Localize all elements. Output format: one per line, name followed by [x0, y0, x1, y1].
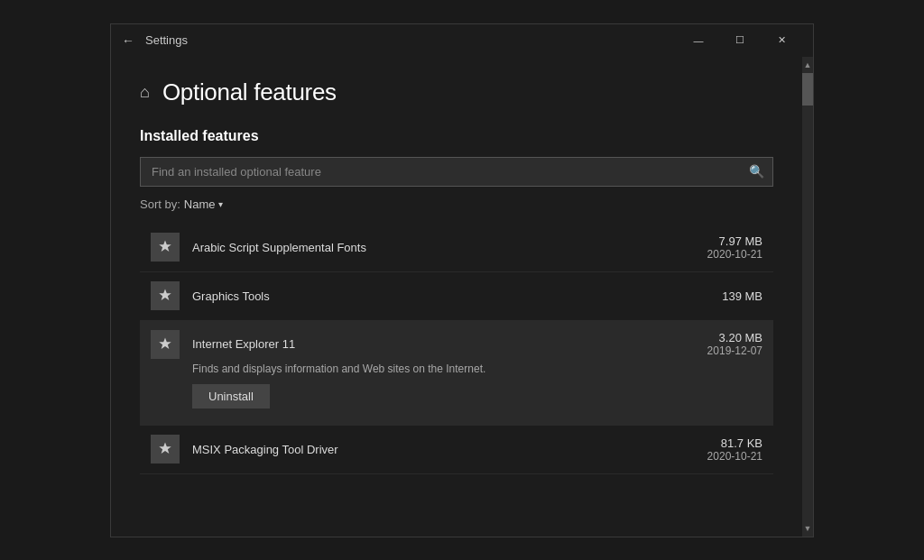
search-input[interactable]	[140, 157, 773, 187]
page-header: ⌂ Optional features	[140, 78, 773, 106]
chevron-down-icon: ▾	[218, 199, 223, 209]
features-list: Arabic Script Supplemental Fonts 7.97 MB…	[140, 224, 773, 515]
feature-item-top: Arabic Script Supplemental Fonts 7.97 MB…	[151, 233, 762, 262]
feature-item-top: Internet Explorer 11 3.20 MB 2019-12-07	[151, 330, 762, 359]
feature-item-top: Graphics Tools 139 MB	[151, 281, 762, 310]
scroll-up-arrow[interactable]: ▲	[802, 57, 813, 73]
feature-date: 2020-10-21	[707, 450, 762, 463]
page-title: Optional features	[162, 78, 337, 106]
list-item[interactable]: Arabic Script Supplemental Fonts 7.97 MB…	[140, 224, 773, 272]
sort-value-text: Name	[184, 197, 216, 211]
feature-icon	[151, 330, 180, 359]
feature-meta: 3.20 MB 2019-12-07	[707, 331, 762, 357]
sort-row: Sort by: Name ▾	[140, 197, 773, 211]
feature-name: Graphics Tools	[192, 289, 722, 303]
window-controls: — ☐ ✕	[678, 24, 802, 57]
feature-date: 2020-10-21	[707, 248, 762, 261]
maximize-button[interactable]: ☐	[719, 24, 761, 57]
close-button[interactable]: ✕	[761, 24, 802, 57]
sort-label: Sort by:	[140, 197, 180, 211]
scrollbar-thumb[interactable]	[802, 73, 813, 106]
feature-meta: 139 MB	[722, 289, 762, 303]
uninstall-button[interactable]: Uninstall	[192, 384, 270, 409]
feature-icon	[151, 281, 180, 310]
minimize-button[interactable]: —	[678, 24, 719, 57]
feature-description: Finds and displays information and Web s…	[192, 363, 485, 375]
scrollbar[interactable]: ▲ ▼	[802, 57, 813, 537]
feature-name: Arabic Script Supplemental Fonts	[192, 241, 707, 254]
home-icon[interactable]: ⌂	[140, 83, 150, 102]
window-title: Settings	[145, 33, 678, 47]
search-box: 🔍	[140, 157, 773, 187]
feature-size: 81.7 KB	[707, 436, 762, 450]
feature-icon	[151, 233, 180, 262]
feature-meta: 7.97 MB 2020-10-21	[707, 234, 762, 261]
settings-window: ← Settings — ☐ ✕ ⌂ Optional features Ins…	[110, 23, 814, 537]
feature-icon	[151, 435, 180, 464]
content-area: ⌂ Optional features Installed features 🔍…	[111, 57, 813, 537]
feature-item-top: MSIX Packaging Tool Driver 81.7 KB 2020-…	[151, 435, 762, 464]
back-button[interactable]: ←	[122, 33, 134, 48]
titlebar: ← Settings — ☐ ✕	[111, 24, 813, 57]
feature-meta: 81.7 KB 2020-10-21	[707, 436, 762, 463]
feature-size: 3.20 MB	[707, 331, 762, 344]
main-content: ⌂ Optional features Installed features 🔍…	[111, 57, 802, 537]
list-item[interactable]: Internet Explorer 11 3.20 MB 2019-12-07 …	[140, 321, 773, 426]
feature-size: 7.97 MB	[707, 234, 762, 248]
feature-size: 139 MB	[722, 289, 762, 303]
scrollbar-track[interactable]	[802, 73, 813, 520]
feature-date: 2019-12-07	[707, 344, 762, 357]
search-icon[interactable]: 🔍	[749, 164, 764, 179]
section-title: Installed features	[140, 128, 773, 144]
scroll-down-arrow[interactable]: ▼	[802, 520, 813, 537]
feature-name: Internet Explorer 11	[192, 337, 707, 351]
list-item[interactable]: Graphics Tools 139 MB	[140, 272, 773, 321]
sort-dropdown[interactable]: Name ▾	[184, 197, 224, 211]
feature-name: MSIX Packaging Tool Driver	[192, 443, 707, 456]
list-item[interactable]: MSIX Packaging Tool Driver 81.7 KB 2020-…	[140, 426, 773, 474]
